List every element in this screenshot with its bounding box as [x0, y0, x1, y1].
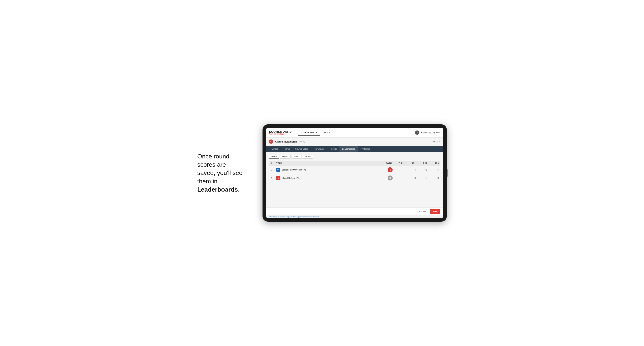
tablet-side-button	[447, 169, 448, 177]
tab-navigation: Details Teams Course Setup Tee Groups Re…	[266, 146, 443, 152]
score-badge: -5	[388, 167, 392, 172]
cancel-header-label: Cancel	[431, 141, 438, 143]
cell-rank: 1	[269, 166, 275, 174]
cell-rd2: -8	[417, 174, 429, 182]
tablet-screen: SCOREBOARD Powered by clippd TOURNAMENTS…	[266, 128, 443, 218]
col-rank: #	[269, 161, 275, 166]
tournament-logo: C	[269, 140, 273, 144]
tab-printables[interactable]: Printables	[358, 146, 373, 152]
cell-thru: F	[394, 166, 406, 174]
user-avatar: S	[415, 131, 419, 135]
status-url: https://stage-blue-coach.stagescorebord.…	[269, 216, 319, 218]
team-name: Clippd College [A]	[282, 177, 298, 179]
page-wrapper: Once round scores are saved, you'll see …	[197, 124, 447, 222]
filter-players[interactable]: Players	[280, 155, 290, 159]
nav-tournaments[interactable]: TOURNAMENTS	[298, 129, 320, 136]
col-rd3: RD3	[429, 161, 440, 166]
tournament-subtitle: (Men)	[300, 141, 305, 143]
desc-line3: saved, you'll see	[197, 169, 242, 176]
tab-tee-groups[interactable]: Tee Groups	[311, 146, 327, 152]
tournament-header: C Clippd Invitational (Men) Cancel ✕	[266, 138, 443, 146]
header-right: S Test User | Sign out	[415, 131, 440, 135]
cell-team: CClippd College [A]	[275, 174, 381, 182]
tablet-device: SCOREBOARD Powered by clippd TOURNAMENTS…	[262, 124, 447, 222]
col-total: TOTAL	[381, 161, 394, 166]
team-icon: SU	[276, 168, 280, 172]
desc-line5-end: .	[238, 186, 240, 193]
empty-space	[266, 184, 443, 207]
logo-subtitle-prefix: Powered by	[269, 133, 279, 135]
filter-scores[interactable]: Scores	[291, 155, 302, 159]
desc-line5-bold: Leaderboards	[197, 186, 238, 193]
desc-line2: scores are	[197, 161, 226, 168]
scoreboard-logo: SCOREBOARD Powered by clippd	[269, 130, 292, 135]
table-header-row: # TEAM TOTAL THRU RD1 RD2 RD3	[269, 161, 440, 166]
desc-line4: them in	[197, 178, 218, 185]
cell-total: -5	[381, 166, 394, 174]
cell-rd1: -4	[406, 166, 417, 174]
cell-total: +3	[381, 174, 394, 182]
table-row: 1SUScoreboard University [A]-5F-4+5-6	[269, 166, 440, 174]
cancel-button[interactable]: Cancel	[417, 209, 428, 214]
tab-course-setup[interactable]: Course Setup	[292, 146, 311, 152]
filter-buttons: Teams Players Scores Strokes	[269, 155, 440, 159]
tab-teams[interactable]: Teams	[281, 146, 292, 152]
app-header: SCOREBOARD Powered by clippd TOURNAMENTS…	[266, 128, 443, 138]
tab-leaderboards[interactable]: Leaderboards	[340, 146, 358, 152]
logo-brand: clippd	[279, 133, 284, 135]
sign-out-link[interactable]: Sign out	[432, 131, 440, 134]
col-team: TEAM	[275, 161, 381, 166]
leaderboard-table: # TEAM TOTAL THRU RD1 RD2 RD3 1SUScorebo…	[269, 161, 440, 182]
cell-team: SUScoreboard University [A]	[275, 166, 381, 174]
table-body: 1SUScoreboard University [A]-5F-4+5-62CC…	[269, 166, 440, 182]
table-row: 2CClippd College [A]+3F+8-8+3	[269, 174, 440, 182]
cancel-header-button[interactable]: Cancel ✕	[431, 140, 440, 143]
cell-rd3: -6	[429, 166, 440, 174]
desc-line1: Once round	[197, 153, 229, 160]
cell-rd3: +3	[429, 174, 440, 182]
col-rd1: RD1	[406, 161, 417, 166]
tournament-title: Clippd Invitational	[275, 140, 297, 143]
cell-rd1: +8	[406, 174, 417, 182]
team-icon: C	[276, 176, 280, 180]
col-thru: THRU	[394, 161, 406, 166]
nav-teams[interactable]: TEAMS	[320, 129, 332, 136]
logo-subtitle: Powered by clippd	[269, 133, 292, 135]
user-name: Test User |	[421, 131, 431, 134]
main-nav: TOURNAMENTS TEAMS	[298, 129, 332, 136]
app-footer: Cancel Save	[266, 207, 443, 215]
status-bar: https://stage-blue-coach.stagescorebord.…	[266, 215, 443, 218]
cell-rd2: +5	[417, 166, 429, 174]
close-icon: ✕	[438, 140, 440, 143]
team-name: Scoreboard University [A]	[282, 169, 306, 171]
logo-title: SCOREBOARD	[269, 130, 292, 133]
filter-teams[interactable]: Teams	[269, 155, 279, 159]
cell-rank: 2	[269, 174, 275, 182]
score-badge: +3	[388, 175, 392, 180]
cell-thru: F	[394, 174, 406, 182]
col-rd2: RD2	[417, 161, 429, 166]
leaderboard-content: Teams Players Scores Strokes # TEAM TOTA…	[266, 152, 443, 184]
tab-results[interactable]: Results	[327, 146, 340, 152]
filter-strokes[interactable]: Strokes	[302, 155, 313, 159]
left-description: Once round scores are saved, you'll see …	[197, 152, 251, 194]
tab-details[interactable]: Details	[269, 146, 281, 152]
save-button[interactable]: Save	[430, 209, 440, 214]
